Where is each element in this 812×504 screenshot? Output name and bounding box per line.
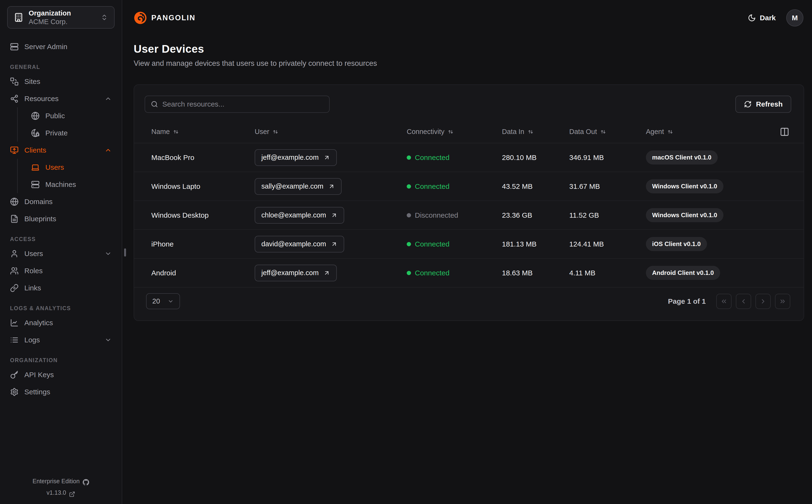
- brand[interactable]: PANGOLIN: [134, 11, 195, 25]
- user-link-button[interactable]: sally@example.com: [255, 178, 342, 195]
- sidebar-item-label: Clients: [24, 146, 46, 154]
- column-header-data-in[interactable]: Data In: [502, 128, 569, 136]
- user-link-button[interactable]: jeff@example.com: [255, 265, 337, 281]
- sidebar-item-settings[interactable]: Settings: [7, 383, 114, 401]
- column-header-data-out[interactable]: Data Out: [569, 128, 646, 136]
- column-header-name[interactable]: Name: [151, 128, 255, 136]
- users-icon: [10, 267, 19, 275]
- sidebar-item-roles[interactable]: Roles: [7, 262, 114, 279]
- refresh-label: Refresh: [756, 100, 783, 108]
- chevron-up-icon: [104, 95, 112, 102]
- sidebar-item-client-users[interactable]: Users: [28, 159, 114, 176]
- table-row: iPhone david@example.com Connected 181.1…: [134, 230, 804, 259]
- table-row: MacBook Pro jeff@example.com Connected 2…: [134, 143, 804, 172]
- sidebar-item-users[interactable]: Users: [7, 245, 114, 262]
- topbar: PANGOLIN Dark M: [122, 0, 812, 36]
- topbar-right: Dark M: [748, 9, 803, 26]
- table-row: Windows Lapto sally@example.com Connecte…: [134, 172, 804, 201]
- key-icon: [10, 370, 19, 379]
- table-header: Name User Connectivity Data In Data Out: [134, 121, 804, 143]
- sidebar-item-label: Users: [45, 163, 64, 171]
- device-name: MacBook Pro: [151, 154, 255, 162]
- organization-icon: [14, 13, 23, 22]
- previous-page-button[interactable]: [736, 294, 751, 309]
- sort-icon: [527, 129, 534, 135]
- pangolin-logo-icon: [134, 11, 147, 25]
- sidebar-item-label: Settings: [24, 388, 50, 396]
- sidebar-item-machines[interactable]: Machines: [28, 176, 114, 193]
- column-label: Data In: [502, 128, 524, 136]
- sidebar-item-label: Links: [24, 284, 41, 292]
- sidebar-resize-handle[interactable]: [124, 248, 126, 257]
- next-page-button[interactable]: [755, 294, 771, 309]
- last-page-button[interactable]: [775, 294, 790, 309]
- section-label-access: ACCESS: [7, 233, 114, 245]
- link-icon: [10, 284, 19, 292]
- column-header-agent[interactable]: Agent: [646, 128, 790, 136]
- external-link-icon: [69, 489, 75, 496]
- device-name: Android: [151, 269, 255, 277]
- pager: Page 1 of 1: [668, 294, 790, 309]
- sidebar-item-label: Logs: [24, 336, 40, 344]
- device-name: Windows Lapto: [151, 182, 255, 190]
- column-header-connectivity[interactable]: Connectivity: [407, 128, 502, 136]
- page-size-select[interactable]: 20: [146, 293, 180, 309]
- theme-toggle[interactable]: Dark: [748, 14, 776, 22]
- avatar[interactable]: M: [786, 9, 803, 26]
- org-switcher[interactable]: Organization ACME Corp.: [7, 6, 114, 29]
- document-icon: [10, 215, 19, 223]
- edition-line[interactable]: Enterprise Edition: [0, 475, 122, 487]
- sidebar-item-server-admin[interactable]: Server Admin: [7, 38, 114, 55]
- data-in-value: 18.63 MB: [502, 269, 569, 277]
- sidebar-item-label: Domains: [24, 198, 52, 206]
- org-switcher-text: Organization ACME Corp.: [29, 9, 95, 26]
- search-icon: [151, 101, 158, 108]
- sidebar-item-sites[interactable]: Sites: [7, 73, 114, 90]
- user-link-button[interactable]: chloe@example.com: [255, 207, 344, 224]
- status-dot: [407, 242, 411, 246]
- user-link-button[interactable]: david@example.com: [255, 236, 344, 252]
- sidebar-item-label: Analytics: [24, 319, 53, 327]
- sidebar-item-links[interactable]: Links: [7, 279, 114, 297]
- sidebar-item-blueprints[interactable]: Blueprints: [7, 210, 114, 227]
- theme-label: Dark: [760, 14, 776, 22]
- device-name: iPhone: [151, 240, 255, 248]
- column-label: Connectivity: [407, 128, 444, 136]
- sidebar-item-resources[interactable]: Resources: [7, 90, 114, 107]
- version-line[interactable]: v1.13.0: [0, 487, 122, 498]
- sidebar-item-clients[interactable]: Clients: [7, 142, 114, 159]
- data-out-value: 4.11 MB: [569, 269, 646, 277]
- sidebar-item-logs[interactable]: Logs: [7, 331, 114, 349]
- column-label: Name: [151, 128, 170, 136]
- first-page-button[interactable]: [716, 294, 732, 309]
- page-head: User Devices View and manage devices tha…: [122, 36, 812, 68]
- sidebar-item-public[interactable]: Public: [28, 107, 114, 124]
- card-toolbar: Refresh: [134, 85, 804, 113]
- chevrons-up-down-icon: [101, 14, 108, 21]
- connectivity-status: Connected: [407, 269, 502, 277]
- server-icon: [31, 180, 40, 189]
- page-title: User Devices: [134, 42, 801, 55]
- user-link-button[interactable]: jeff@example.com: [255, 149, 337, 166]
- sidebar-item-label: Users: [24, 250, 43, 258]
- data-out-value: 124.41 MB: [569, 240, 646, 248]
- table-row: Windows Desktop chloe@example.com Discon…: [134, 201, 804, 230]
- resources-icon: [10, 94, 19, 103]
- status-dot: [407, 271, 411, 275]
- refresh-button[interactable]: Refresh: [735, 96, 791, 113]
- sidebar-item-private[interactable]: Private: [28, 124, 114, 142]
- sort-icon: [667, 129, 674, 135]
- sidebar-item-api-keys[interactable]: API Keys: [7, 366, 114, 383]
- search-input[interactable]: [162, 100, 323, 108]
- user-email: sally@example.com: [261, 182, 323, 190]
- columns-toggle-icon[interactable]: [780, 127, 789, 137]
- globe-icon: [10, 197, 19, 206]
- status-label: Connected: [415, 182, 449, 190]
- status-label: Connected: [415, 269, 449, 277]
- sidebar-item-domains[interactable]: Domains: [7, 193, 114, 210]
- server-icon: [10, 42, 19, 51]
- sort-icon: [600, 129, 606, 135]
- arrow-up-right-icon: [323, 270, 330, 276]
- sidebar-item-analytics[interactable]: Analytics: [7, 314, 114, 331]
- column-header-user[interactable]: User: [255, 128, 407, 136]
